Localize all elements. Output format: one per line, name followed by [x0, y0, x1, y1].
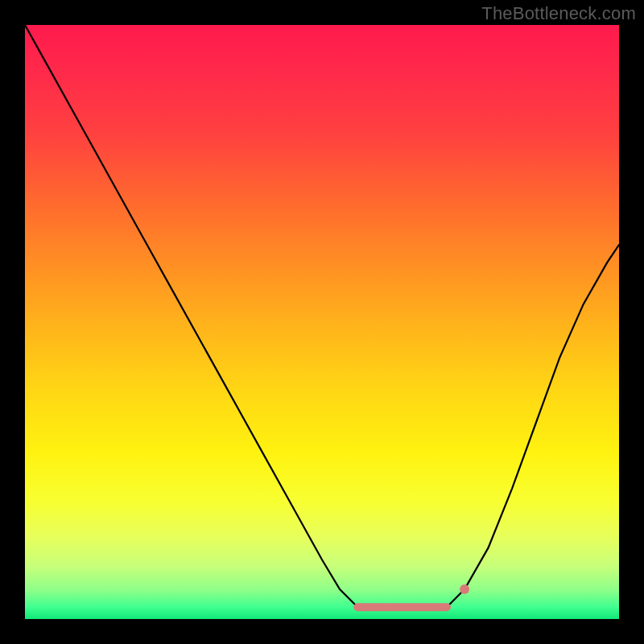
- plot-area: [25, 25, 619, 619]
- chart-frame: TheBottleneck.com: [0, 0, 644, 644]
- watermark: TheBottleneck.com: [481, 3, 636, 24]
